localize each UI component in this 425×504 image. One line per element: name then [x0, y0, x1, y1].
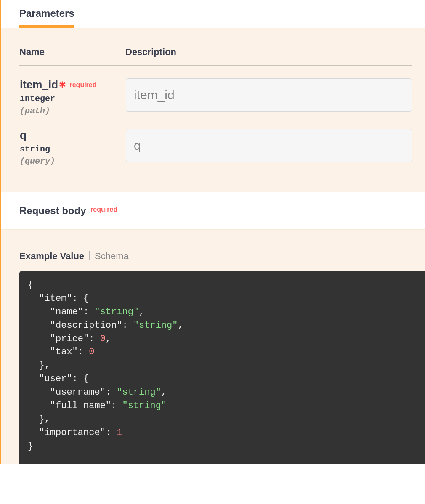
param-name: q	[20, 129, 27, 141]
param-in: (path)	[20, 106, 121, 116]
param-type: integer	[20, 94, 121, 103]
param-in: (query)	[20, 157, 121, 166]
required-label: required	[90, 206, 117, 213]
tab-separator	[89, 251, 90, 260]
param-name: item_id	[20, 78, 58, 91]
tab-example-value[interactable]: Example Value	[19, 251, 84, 261]
param-input-q[interactable]	[126, 129, 412, 162]
tab-parameters[interactable]: Parameters	[19, 8, 74, 28]
column-header-description: Description	[125, 47, 412, 66]
parameters-section: Name Description item_id✱ required integ…	[1, 28, 425, 192]
param-type: string	[20, 144, 121, 154]
tab-schema[interactable]: Schema	[95, 251, 129, 261]
column-header-name: Name	[19, 47, 125, 66]
param-row: item_id✱ required integer (path)	[19, 66, 412, 117]
request-body-title: Request body	[19, 205, 86, 216]
example-json-code[interactable]: { "item": { "name": "string", "descripti…	[19, 271, 425, 464]
required-label: required	[69, 81, 96, 88]
param-row: q string (query)	[19, 116, 412, 167]
param-input-item-id[interactable]	[126, 78, 412, 112]
required-star-icon: ✱	[59, 80, 66, 89]
